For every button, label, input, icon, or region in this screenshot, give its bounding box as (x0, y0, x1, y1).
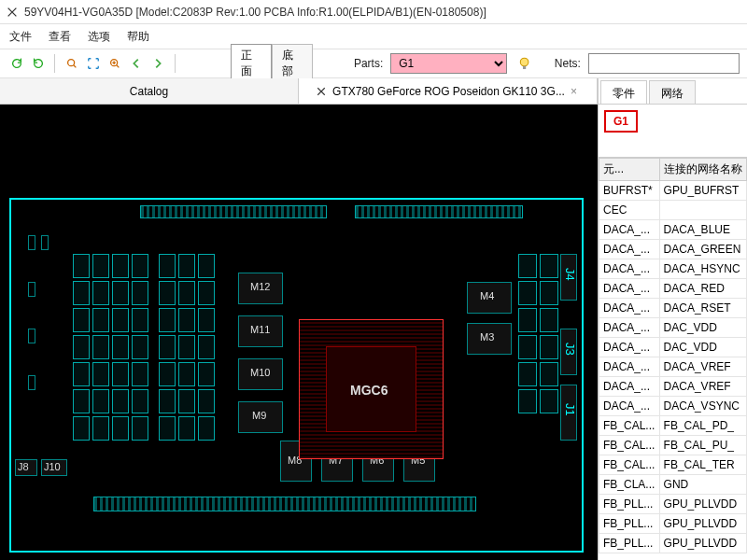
table-row[interactable]: FB_PLL...GPU_PLLVDD (599, 514, 747, 534)
menu-view[interactable]: 查看 (49, 29, 71, 45)
table-row[interactable]: FB_CLA...GND (599, 475, 747, 495)
table-row[interactable]: DACA_...DACA_RSET (599, 299, 747, 318)
cell-net: DACA_RSET (659, 299, 746, 318)
parts-select[interactable]: G1 (390, 53, 506, 74)
connector-top-1 (140, 205, 327, 218)
cell-net: DACA_GREEN (659, 240, 746, 259)
menubar: 文件 查看 选项 帮助 (0, 24, 747, 49)
zoom-fit-icon[interactable] (63, 54, 80, 73)
side-toggle: 正面 底部 (231, 44, 313, 83)
cell-net: GPU_BUFRST (659, 181, 746, 201)
table-row[interactable]: DACA_...DACA_VREF (599, 377, 747, 397)
table-row[interactable]: DACA_...DACA_HSYNC (599, 259, 747, 279)
menu-options[interactable]: 选项 (88, 29, 110, 45)
col-pin[interactable]: 元... (599, 159, 660, 181)
table-row[interactable]: DACA_...DACA_RED (599, 279, 747, 299)
table-row[interactable]: DACA_...DACA_BLUE (599, 220, 747, 240)
cell-net: GPU_PLLVDD (659, 495, 746, 514)
app-icon (6, 6, 19, 19)
nets-table[interactable]: 元... 连接的网络名称 BUFRST*GPU_BUFRSTCECDACA_..… (599, 157, 747, 560)
cell-pin: FB_CLA... (599, 475, 660, 495)
table-row[interactable]: FB_CAL...FB_CAL_PD_ (599, 416, 747, 436)
selected-part-badge: G1 (604, 110, 638, 133)
table-row[interactable]: DACA_...DACA_VREF (599, 357, 747, 377)
cell-pin: FB_CAL... (599, 455, 660, 475)
pcb-viewport[interactable]: M12 M11 M10 M9 M8 M7 M6 M5 (0, 105, 598, 560)
cell-pin: FB_CAL... (599, 436, 660, 455)
side-tabs: 零件 网络 (599, 78, 747, 105)
zoom-extents-icon[interactable] (84, 54, 102, 73)
nets-label: Nets: (555, 57, 581, 70)
cell-pin: DACA_... (599, 279, 660, 299)
cell-pin: DACA_... (599, 338, 660, 357)
cell-net: FB_CAL_PU_ (659, 436, 746, 455)
table-row[interactable]: CEC (599, 201, 747, 220)
table-row[interactable]: FB_PLL...GPU_PLLVDD (599, 495, 747, 514)
tab-catalog[interactable]: Catalog (0, 78, 299, 104)
arrow-left-icon[interactable] (127, 54, 145, 73)
cell-pin: DACA_... (599, 377, 660, 397)
small-comp (41, 235, 49, 250)
cell-pin: CEC (599, 201, 660, 220)
table-row[interactable]: DACA_...DACA_VSYNC (599, 397, 747, 416)
small-comp (28, 375, 35, 390)
cell-net (659, 201, 746, 220)
j-connector (41, 459, 67, 476)
pcb-board: M12 M11 M10 M9 M8 M7 M6 M5 (9, 198, 584, 553)
side-front-button[interactable]: 正面 (231, 44, 272, 83)
menu-help[interactable]: 帮助 (127, 29, 149, 45)
svg-rect-3 (523, 66, 526, 69)
table-row[interactable]: BUFRST*GPU_BUFRST (599, 181, 747, 201)
nets-select[interactable] (588, 53, 740, 74)
cell-pin: DACA_... (599, 220, 660, 240)
table-row[interactable]: DACA_...DACA_GREEN (599, 240, 747, 259)
side-panel: 零件 网络 G1 元... 连接的网络名称 BUFRST*GPU_BUFRSTC… (598, 78, 747, 560)
bulb-icon[interactable] (516, 55, 532, 72)
cap-cluster-r (518, 254, 558, 413)
cell-pin: DACA_... (599, 397, 660, 416)
connector-top-2 (355, 205, 523, 218)
mem-chip (238, 273, 283, 304)
table-row[interactable]: FB_CAL...FB_CAL_TER (599, 455, 747, 475)
small-comp (28, 329, 35, 343)
close-icon[interactable]: × (571, 85, 580, 98)
table-row[interactable]: DACA_...DAC_VDD (599, 338, 747, 357)
refresh-ccw-icon[interactable] (29, 54, 47, 73)
tab-board[interactable]: GTX780 GeForce ROG Poseidon GK110 3G... … (299, 78, 598, 104)
cap-cluster (73, 254, 148, 441)
small-comp (28, 235, 35, 250)
cell-pin: FB_PLL... (599, 495, 660, 514)
mem-chip (467, 282, 512, 314)
cell-net: GPU_PLLVDD (659, 514, 746, 534)
menu-file[interactable]: 文件 (9, 29, 32, 45)
tab-nets[interactable]: 网络 (649, 80, 696, 104)
table-row[interactable]: FB_CAL...FB_CAL_PU_ (599, 436, 747, 455)
parts-label: Parts: (354, 57, 383, 70)
arrow-right-icon[interactable] (148, 54, 166, 73)
cell-pin: DACA_... (599, 299, 660, 318)
col-net[interactable]: 连接的网络名称 (659, 159, 746, 181)
tab-label: GTX780 GeForce ROG Poseidon GK110 3G... (332, 85, 565, 98)
j-connector (560, 329, 577, 375)
document-tabs: Catalog GTX780 GeForce ROG Poseidon GK11… (0, 78, 598, 105)
zoom-in-icon[interactable] (106, 54, 123, 73)
cell-pin: FB_PLL... (599, 534, 660, 553)
cell-pin: FB_CAL... (599, 416, 660, 436)
cell-net: GND (659, 475, 746, 495)
gpu-chip (299, 319, 444, 459)
svg-point-2 (520, 58, 529, 66)
j-connector (15, 459, 37, 476)
window-title: 59YV04H1-VG0A35D [Model:C2083P Rev:1.00 … (24, 6, 486, 19)
cell-net: DACA_RED (659, 279, 746, 299)
cell-pin: DACA_... (599, 357, 660, 377)
table-row[interactable]: DACA_...DAC_VDD (599, 318, 747, 338)
side-back-button[interactable]: 底部 (272, 44, 313, 83)
tab-parts[interactable]: 零件 (600, 80, 647, 104)
shuffle-icon (316, 86, 327, 97)
tab-label: Catalog (130, 85, 168, 98)
cell-pin: BUFRST* (599, 181, 660, 201)
separator (54, 54, 55, 73)
refresh-cw-icon[interactable] (7, 54, 25, 73)
svg-point-0 (67, 60, 74, 66)
table-row[interactable]: FB_PLL...GPU_PLLVDD (599, 534, 747, 553)
